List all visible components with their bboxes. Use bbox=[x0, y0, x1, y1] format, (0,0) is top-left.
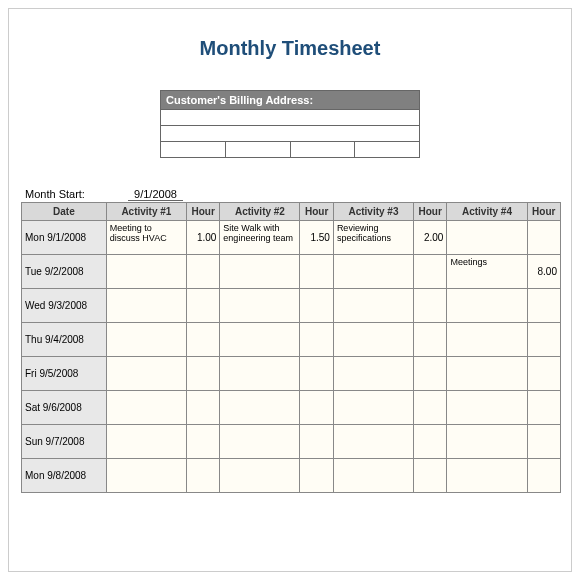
activity-cell[interactable] bbox=[447, 425, 527, 459]
hour-cell[interactable] bbox=[527, 459, 560, 493]
hour-cell[interactable] bbox=[186, 357, 219, 391]
page-container: Monthly Timesheet Customer's Billing Add… bbox=[8, 8, 572, 572]
activity-cell[interactable] bbox=[333, 255, 413, 289]
hour-cell[interactable] bbox=[414, 459, 447, 493]
hour-cell[interactable] bbox=[186, 425, 219, 459]
hour-cell[interactable] bbox=[414, 425, 447, 459]
col-activity-3: Activity #3 bbox=[333, 203, 413, 221]
col-date: Date bbox=[22, 203, 107, 221]
activity-cell[interactable] bbox=[333, 357, 413, 391]
hour-cell[interactable]: 1.50 bbox=[300, 221, 333, 255]
col-hour-3: Hour bbox=[414, 203, 447, 221]
table-row: Tue 9/2/2008Meetings8.00 bbox=[22, 255, 561, 289]
date-cell: Mon 9/8/2008 bbox=[22, 459, 107, 493]
header-row: Date Activity #1 Hour Activity #2 Hour A… bbox=[22, 203, 561, 221]
date-cell: Tue 9/2/2008 bbox=[22, 255, 107, 289]
activity-cell[interactable] bbox=[333, 459, 413, 493]
hour-cell[interactable] bbox=[527, 425, 560, 459]
billing-line-1 bbox=[161, 110, 420, 126]
activity-cell[interactable] bbox=[220, 323, 300, 357]
hour-cell[interactable] bbox=[414, 255, 447, 289]
activity-cell[interactable] bbox=[447, 221, 527, 255]
activity-cell[interactable] bbox=[447, 459, 527, 493]
hour-cell[interactable] bbox=[300, 357, 333, 391]
table-row: Mon 9/1/2008Meeting to discuss HVAC1.00S… bbox=[22, 221, 561, 255]
timesheet-table: Date Activity #1 Hour Activity #2 Hour A… bbox=[21, 202, 561, 493]
month-start-value[interactable]: 9/1/2008 bbox=[128, 188, 183, 201]
activity-cell[interactable] bbox=[447, 289, 527, 323]
activity-cell[interactable]: Meeting to discuss HVAC bbox=[106, 221, 186, 255]
hour-cell[interactable] bbox=[527, 289, 560, 323]
activity-cell[interactable] bbox=[447, 323, 527, 357]
hour-cell[interactable]: 2.00 bbox=[414, 221, 447, 255]
hour-cell[interactable] bbox=[414, 391, 447, 425]
activity-cell[interactable] bbox=[106, 391, 186, 425]
col-activity-2: Activity #2 bbox=[220, 203, 300, 221]
date-cell: Mon 9/1/2008 bbox=[22, 221, 107, 255]
activity-cell[interactable] bbox=[220, 425, 300, 459]
billing-header: Customer's Billing Address: bbox=[161, 91, 420, 110]
date-cell: Thu 9/4/2008 bbox=[22, 323, 107, 357]
month-start: Month Start: 9/1/2008 bbox=[25, 188, 559, 200]
activity-cell[interactable] bbox=[333, 323, 413, 357]
month-start-label: Month Start: bbox=[25, 188, 125, 200]
table-row: Mon 9/8/2008 bbox=[22, 459, 561, 493]
hour-cell[interactable] bbox=[186, 459, 219, 493]
hour-cell[interactable]: 8.00 bbox=[527, 255, 560, 289]
billing-address-box: Customer's Billing Address: bbox=[160, 90, 420, 158]
hour-cell[interactable] bbox=[186, 391, 219, 425]
table-row: Sat 9/6/2008 bbox=[22, 391, 561, 425]
activity-cell[interactable]: Meetings bbox=[447, 255, 527, 289]
activity-cell[interactable] bbox=[106, 255, 186, 289]
activity-cell[interactable] bbox=[106, 357, 186, 391]
table-row: Sun 9/7/2008 bbox=[22, 425, 561, 459]
hour-cell[interactable] bbox=[527, 391, 560, 425]
activity-cell[interactable] bbox=[220, 459, 300, 493]
activity-cell[interactable]: Site Walk with engineering team bbox=[220, 221, 300, 255]
table-row: Thu 9/4/2008 bbox=[22, 323, 561, 357]
table-row: Fri 9/5/2008 bbox=[22, 357, 561, 391]
date-cell: Wed 9/3/2008 bbox=[22, 289, 107, 323]
hour-cell[interactable] bbox=[527, 323, 560, 357]
hour-cell[interactable] bbox=[186, 289, 219, 323]
col-activity-1: Activity #1 bbox=[106, 203, 186, 221]
billing-line-2 bbox=[161, 126, 420, 142]
hour-cell[interactable] bbox=[414, 323, 447, 357]
activity-cell[interactable] bbox=[106, 289, 186, 323]
col-activity-4: Activity #4 bbox=[447, 203, 527, 221]
activity-cell[interactable] bbox=[333, 289, 413, 323]
hour-cell[interactable] bbox=[300, 425, 333, 459]
hour-cell[interactable] bbox=[414, 357, 447, 391]
col-hour-2: Hour bbox=[300, 203, 333, 221]
hour-cell[interactable] bbox=[527, 357, 560, 391]
col-hour-1: Hour bbox=[186, 203, 219, 221]
activity-cell[interactable] bbox=[220, 357, 300, 391]
hour-cell[interactable] bbox=[414, 289, 447, 323]
activity-cell[interactable] bbox=[220, 255, 300, 289]
billing-line-3 bbox=[161, 142, 420, 158]
hour-cell[interactable] bbox=[300, 255, 333, 289]
page-title: Monthly Timesheet bbox=[21, 37, 559, 60]
activity-cell[interactable] bbox=[447, 391, 527, 425]
activity-cell[interactable] bbox=[106, 459, 186, 493]
hour-cell[interactable] bbox=[186, 323, 219, 357]
date-cell: Sun 9/7/2008 bbox=[22, 425, 107, 459]
activity-cell[interactable]: Reviewing specifications bbox=[333, 221, 413, 255]
activity-cell[interactable] bbox=[447, 357, 527, 391]
date-cell: Sat 9/6/2008 bbox=[22, 391, 107, 425]
activity-cell[interactable] bbox=[106, 425, 186, 459]
col-hour-4: Hour bbox=[527, 203, 560, 221]
activity-cell[interactable] bbox=[220, 289, 300, 323]
hour-cell[interactable] bbox=[186, 255, 219, 289]
hour-cell[interactable] bbox=[300, 323, 333, 357]
hour-cell[interactable]: 1.00 bbox=[186, 221, 219, 255]
date-cell: Fri 9/5/2008 bbox=[22, 357, 107, 391]
activity-cell[interactable] bbox=[106, 323, 186, 357]
hour-cell[interactable] bbox=[300, 459, 333, 493]
activity-cell[interactable] bbox=[333, 391, 413, 425]
activity-cell[interactable] bbox=[220, 391, 300, 425]
hour-cell[interactable] bbox=[527, 221, 560, 255]
hour-cell[interactable] bbox=[300, 289, 333, 323]
activity-cell[interactable] bbox=[333, 425, 413, 459]
hour-cell[interactable] bbox=[300, 391, 333, 425]
